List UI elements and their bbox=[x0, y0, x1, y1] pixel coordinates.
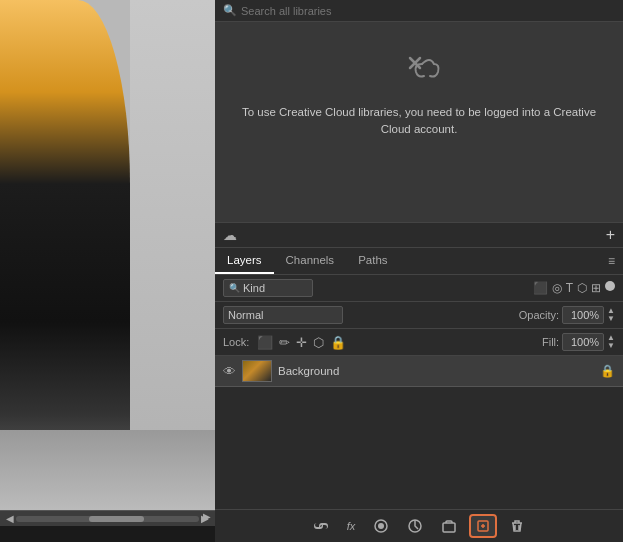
fill-input[interactable] bbox=[562, 333, 604, 351]
kind-label: Kind bbox=[243, 282, 265, 294]
opacity-group: Opacity: ▲ ▼ bbox=[519, 306, 615, 324]
layer-thumbnail bbox=[242, 360, 272, 382]
lock-artboard-icon[interactable]: ⬡ bbox=[313, 335, 324, 350]
opacity-stepper[interactable]: ▲ ▼ bbox=[607, 307, 615, 323]
layer-list: 👁 Background 🔒 bbox=[215, 356, 623, 509]
filter-dot bbox=[605, 281, 615, 291]
scroll-left-arrow[interactable]: ◀ bbox=[4, 513, 16, 524]
opacity-input[interactable] bbox=[562, 306, 604, 324]
fill-group: Fill: ▲ ▼ bbox=[542, 333, 615, 351]
lock-row: Lock: ⬛ ✏ ✛ ⬡ 🔒 Fill: ▲ ▼ bbox=[215, 329, 623, 356]
layer-visibility-toggle[interactable]: 👁 bbox=[223, 364, 236, 379]
smart-object-filter-icon[interactable]: ⊞ bbox=[591, 281, 601, 295]
layer-lock-icon: 🔒 bbox=[600, 364, 615, 378]
creative-cloud-icon bbox=[394, 42, 444, 92]
search-bar: 🔍 bbox=[215, 0, 623, 22]
libraries-message: To use Creative Cloud libraries, you nee… bbox=[231, 104, 607, 139]
svg-rect-5 bbox=[443, 523, 455, 532]
table-row[interactable]: 👁 Background 🔒 bbox=[215, 356, 623, 387]
blend-row: Normal Opacity: ▲ ▼ bbox=[215, 302, 623, 329]
link-layers-button[interactable] bbox=[309, 516, 333, 536]
panel-header-row: ☁ + bbox=[215, 223, 623, 248]
expand-arrow[interactable]: ▶ bbox=[203, 511, 211, 522]
lock-label: Lock: bbox=[223, 336, 249, 348]
shape-filter-icon[interactable]: ⬡ bbox=[577, 281, 587, 295]
new-layer-button[interactable] bbox=[471, 516, 495, 536]
kind-filter[interactable]: 🔍 Kind bbox=[223, 279, 313, 297]
add-panel-button[interactable]: + bbox=[606, 227, 615, 243]
tab-paths[interactable]: Paths bbox=[346, 248, 399, 274]
layer-name: Background bbox=[278, 365, 594, 377]
filter-search-icon: 🔍 bbox=[229, 283, 240, 293]
tab-layers[interactable]: Layers bbox=[215, 248, 274, 274]
bottom-toolbar: fx bbox=[215, 509, 623, 542]
panel-menu-icon[interactable]: ≡ bbox=[600, 250, 623, 272]
cloud-icon: ☁ bbox=[223, 227, 237, 243]
blend-mode-select[interactable]: Normal bbox=[223, 306, 343, 324]
photo-scene bbox=[0, 0, 215, 510]
photo-ground bbox=[0, 430, 215, 510]
layers-panel: ☁ + Layers Channels Paths ≡ 🔍 Kind ⬛ ◎ T bbox=[215, 223, 623, 542]
new-group-button[interactable] bbox=[437, 516, 461, 536]
right-panel: 🔍 To use Creative Cloud libraries, you n… bbox=[215, 0, 623, 542]
fill-label: Fill: bbox=[542, 336, 559, 348]
opacity-label: Opacity: bbox=[519, 309, 559, 321]
filter-icons-group: ⬛ ◎ T ⬡ ⊞ bbox=[533, 281, 615, 295]
lock-icons-group: ⬛ ✏ ✛ ⬡ 🔒 bbox=[257, 335, 346, 350]
libraries-section: 🔍 To use Creative Cloud libraries, you n… bbox=[215, 0, 623, 223]
tabs-row: Layers Channels Paths ≡ bbox=[215, 248, 623, 275]
layer-effects-button[interactable]: fx bbox=[343, 518, 360, 534]
tab-channels[interactable]: Channels bbox=[274, 248, 347, 274]
horizontal-scrollbar[interactable]: ◀ ▶ bbox=[0, 510, 215, 526]
scroll-thumb bbox=[89, 516, 144, 522]
adjustment-layer-button[interactable] bbox=[403, 516, 427, 536]
search-input[interactable] bbox=[241, 5, 615, 17]
photo-person bbox=[0, 0, 130, 460]
lock-move-icon[interactable]: ✛ bbox=[296, 335, 307, 350]
libraries-content: To use Creative Cloud libraries, you nee… bbox=[215, 22, 623, 222]
add-mask-button[interactable] bbox=[369, 516, 393, 536]
lock-pixels-icon[interactable]: ⬛ bbox=[257, 335, 273, 350]
photo-panel: ◀ ▶ ▶ bbox=[0, 0, 215, 542]
filters-row: 🔍 Kind ⬛ ◎ T ⬡ ⊞ bbox=[215, 275, 623, 302]
text-filter-icon[interactable]: T bbox=[566, 281, 573, 295]
adjustment-filter-icon[interactable]: ◎ bbox=[552, 281, 562, 295]
svg-point-3 bbox=[378, 523, 384, 529]
pixel-filter-icon[interactable]: ⬛ bbox=[533, 281, 548, 295]
lock-draw-icon[interactable]: ✏ bbox=[279, 335, 290, 350]
search-icon: 🔍 bbox=[223, 4, 237, 17]
lock-all-icon[interactable]: 🔒 bbox=[330, 335, 346, 350]
delete-layer-button[interactable] bbox=[505, 516, 529, 536]
fill-stepper[interactable]: ▲ ▼ bbox=[607, 334, 615, 350]
scroll-track[interactable] bbox=[16, 516, 199, 522]
